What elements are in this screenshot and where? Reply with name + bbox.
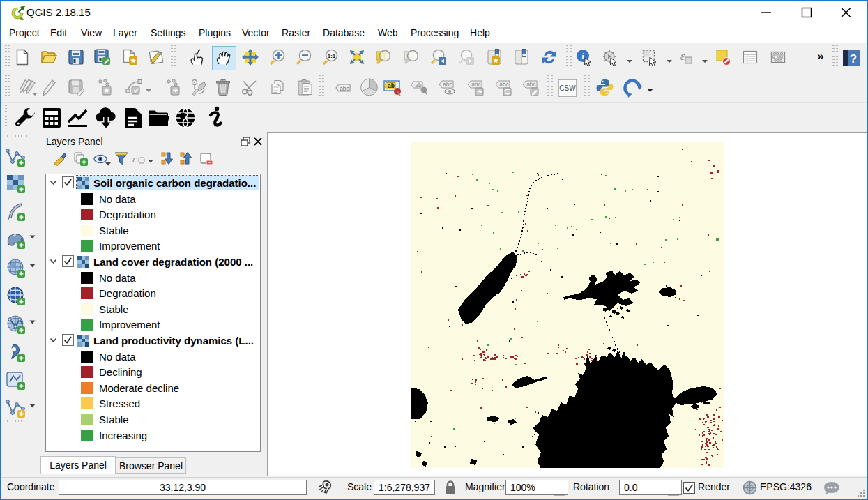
svg-text:abc: abc	[471, 81, 481, 88]
svg-text:ε: ε	[680, 50, 685, 63]
svg-text:?: ?	[850, 52, 857, 66]
svg-text:abc: abc	[340, 85, 349, 92]
svg-text:1:1: 1:1	[328, 53, 336, 59]
svg-text:abc: abc	[526, 81, 536, 88]
svg-text:CSW: CSW	[559, 84, 576, 92]
svg-text:ab: ab	[388, 82, 395, 89]
svg-text:abc: abc	[499, 81, 509, 88]
svg-text:ab: ab	[415, 82, 422, 89]
svg-text:abc: abc	[443, 81, 452, 88]
svg-text:i: i	[581, 51, 584, 61]
svg-text:ε: ε	[132, 153, 137, 165]
